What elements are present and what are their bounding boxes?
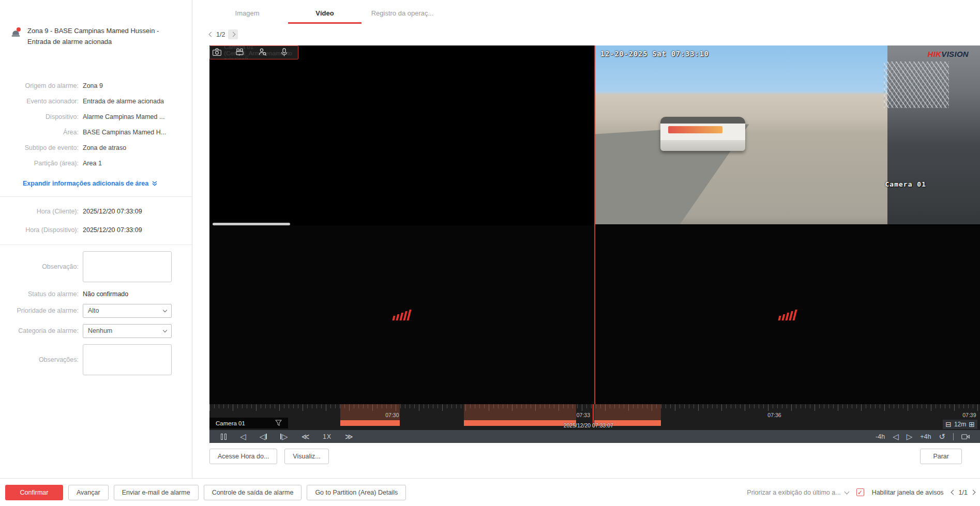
playhead-timestamp: 2025/12/20 07:33:07 (564, 422, 613, 428)
alarm-pager: 1/1 (952, 489, 975, 496)
divider (953, 433, 954, 440)
video-tile-4[interactable] (595, 225, 980, 404)
timeline-zoom-control: ⊟ 12m ⊞ (943, 420, 977, 429)
chevron-right-icon (231, 32, 236, 37)
tab-operation-log[interactable]: Registro da operaç... (364, 9, 441, 24)
back-4h-button[interactable]: -4h (876, 433, 885, 440)
media-tabs: Imagem Vídeo Registro da operaç... (208, 9, 441, 24)
chevron-left-icon[interactable] (951, 490, 956, 495)
filter-icon[interactable] (275, 420, 282, 426)
player-action-row: Acesse Hora do... Visualiz... Parar (209, 449, 962, 464)
pause-button[interactable] (221, 434, 227, 440)
zoom-out-icon[interactable]: ⊟ (945, 420, 952, 428)
jump-forward-icon[interactable]: ▷ (907, 433, 913, 440)
camera-scene (595, 45, 980, 224)
chevron-down-icon (163, 308, 167, 312)
timeline-camera-label: Camera 01 (209, 418, 288, 428)
alarm-output-button[interactable]: Controle de saída de alarme (204, 485, 302, 500)
field-row: Área:BASE Campinas Mamed H... (0, 128, 192, 136)
goto-partition-button[interactable]: Go to Partition (Area) Details (307, 485, 406, 500)
person-search-icon[interactable] (258, 48, 267, 56)
video-tile-1[interactable]: HIKVISION Camera 01 (Central_Armazenamen… (209, 45, 298, 59)
loading-indicator (392, 310, 411, 320)
playback-speed: 1X (323, 433, 331, 440)
field-row: Dispositivo:Alarme Campinas Mamed ... (0, 113, 192, 121)
enable-popup-checkbox[interactable]: ✓ (856, 488, 864, 496)
timeline-tick: 07:39 (962, 412, 976, 418)
forward-button[interactable]: Avançar (68, 485, 109, 500)
zoom-in-icon[interactable]: ⊞ (969, 420, 975, 428)
divider (0, 244, 192, 245)
timeline-tick: 07:30 (385, 412, 399, 418)
playback-timeline[interactable]: 07:30 07:33 07:36 07:39 2025/12/20 07:33… (209, 404, 980, 430)
recording-segment (594, 404, 661, 420)
time-fields: Hora (Cliente):2025/12/20 07:33:09 Hora … (0, 207, 192, 234)
confirm-button[interactable]: Confirmar (5, 485, 63, 500)
next-frame-button[interactable]: ▷ (280, 433, 288, 440)
speed-up-button[interactable]: ≫ (345, 433, 353, 440)
observation-textarea[interactable] (83, 251, 172, 282)
video-tile-2[interactable]: 12-20-2025 Sat 07:33:10 HIKVISION Camera… (595, 45, 980, 224)
alarm-details-sidebar: Zona 9 - BASE Campinas Mamed Hussein - E… (0, 0, 192, 478)
timeline-tick: 07:36 (767, 412, 781, 418)
video-tile-3[interactable] (209, 225, 594, 404)
alarm-media-panel: Imagem Vídeo Registro da operaç... 1/2 H… (193, 0, 980, 478)
previous-frame-button[interactable]: ◁ (260, 433, 267, 440)
field-row: Subtipo de evento:Zona de atraso (0, 144, 192, 152)
recording-segment (464, 420, 577, 426)
camera-view-icon[interactable] (961, 434, 970, 440)
recording-segment (464, 404, 577, 420)
microphone-icon[interactable] (281, 48, 288, 56)
send-email-button[interactable]: Enviar e-mail de alarme (114, 485, 199, 500)
forward-4h-button[interactable]: +4h (920, 433, 931, 440)
notes-label: Observações: (0, 356, 83, 363)
field-row: Partição (área):Area 1 (0, 159, 192, 167)
video-grid: HIKVISION Camera 01 (Central_Armazenamen… (209, 45, 980, 404)
timeline-window-label: 12m (954, 421, 966, 428)
alarm-fields: Origem do alarme:Zona 9 Evento acionador… (0, 82, 192, 167)
page-indicator: 1/2 (216, 31, 225, 38)
chevron-down-icon (844, 489, 849, 494)
tab-image[interactable]: Imagem (208, 9, 286, 24)
notes-textarea[interactable] (83, 344, 172, 375)
timeline-tick: 07:33 (577, 412, 590, 418)
jump-back-icon[interactable]: ◁ (893, 433, 899, 440)
camera-osd-name: Camera 01 (885, 180, 926, 188)
video-stage: HIKVISION Camera 01 (Central_Armazenamen… (209, 45, 980, 443)
alarm-status-value: Não confirmado (83, 290, 128, 298)
alarm-title: Zona 9 - BASE Campinas Mamed Hussein - E… (27, 26, 178, 48)
view-button[interactable]: Visualiz... (284, 449, 328, 464)
hikvision-logo: HIKVISION (928, 50, 969, 58)
alarm-priority-label: Prioridade de alarme: (0, 307, 83, 314)
video-tile-toolbar (210, 45, 298, 59)
camera-page-pager: 1/2 (209, 29, 238, 39)
observation-label: Observação: (0, 263, 83, 270)
snapshot-icon[interactable] (213, 48, 221, 56)
reverse-play-button[interactable]: ◁ (240, 433, 246, 440)
slow-down-button[interactable]: ≪ (301, 433, 310, 440)
alarm-priority-select[interactable]: Alto (83, 304, 172, 318)
instant-playback-icon[interactable] (235, 48, 244, 56)
chevron-right-icon[interactable] (971, 490, 976, 495)
reset-icon[interactable]: ↺ (939, 433, 945, 440)
field-row: Hora (Dispositivo):2025/12/20 07:33:09 (0, 226, 192, 234)
horizontal-scrollbar[interactable] (213, 223, 290, 225)
expand-area-info-link[interactable]: Expandir informações adicionais de área (23, 180, 192, 187)
recording-segment (340, 420, 400, 426)
stop-button[interactable]: Parar (920, 449, 962, 464)
chevron-left-icon[interactable] (209, 32, 214, 37)
alarm-action-bar: Confirmar Avançar Enviar e-mail de alarm… (0, 478, 980, 506)
alarm-category-select[interactable]: Nenhum (83, 324, 172, 338)
alarm-status-label: Status do alarme: (0, 290, 83, 298)
alarm-category-label: Categoria de alarme: (0, 327, 83, 334)
tab-video[interactable]: Vídeo (286, 9, 364, 24)
loading-indicator (778, 310, 797, 320)
alarm-icon (10, 27, 21, 38)
next-page-button[interactable] (228, 29, 238, 39)
double-chevron-down-icon (152, 180, 158, 187)
enable-popup-label: Habilitar janela de avisos (872, 489, 944, 496)
go-to-time-button[interactable]: Acesse Hora do... (209, 449, 277, 464)
playback-controls: ◁ ◁ ▷ ≪ 1X ≫ -4h ◁ ▷ +4h ↺ (209, 430, 980, 443)
field-row: Hora (Cliente):2025/12/20 07:33:09 (0, 207, 192, 216)
display-priority-dropdown[interactable]: Priorizar a exibição do último a... (747, 489, 848, 496)
